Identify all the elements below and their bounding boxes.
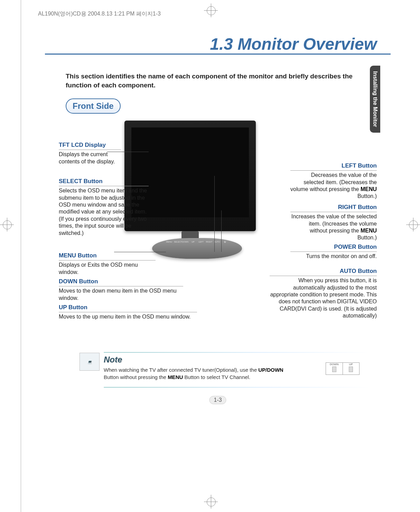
callout-power: POWER Button Turns the monitor on and of… — [290, 243, 377, 260]
callout-text: Increases the value of the selected item… — [290, 213, 377, 241]
callout-down: DOWN Button Moves to the down menu item … — [59, 278, 183, 302]
page-number: 1-3 — [209, 396, 226, 404]
registration-mark-left — [0, 218, 14, 231]
btn-label: LEFT — [198, 241, 204, 243]
note-rule — [104, 387, 370, 388]
callout-heading: LEFT Button — [290, 162, 377, 171]
callout-heading: AUTO Button — [270, 267, 377, 276]
callout-up: UP Button Moves to the up menu item in t… — [59, 304, 197, 320]
note-block: 💻 Note When watching the TV after connec… — [80, 352, 370, 388]
callout-heading: DOWN Button — [59, 278, 183, 286]
callout-heading: TFT LCD Display — [59, 141, 121, 150]
manual-page: AL190N(영어)CD용 2004.8.13 1:21 PM 페이지1-3 1… — [0, 0, 420, 512]
callout-select: SELECT Button Selects the OSD menu item … — [59, 178, 149, 237]
btn-label: MENU — [166, 241, 172, 243]
btn-label: UP — [190, 241, 196, 243]
callout-text: Moves to the up menu item in the OSD men… — [59, 313, 197, 320]
callout-auto: AUTO Button When you press this button, … — [270, 267, 377, 320]
callout-heading: MENU Button — [59, 252, 156, 260]
note-rule — [104, 352, 370, 353]
note-icon: 💻 — [80, 353, 100, 371]
callout-heading: SELECT Button — [59, 178, 149, 186]
callout-right: RIGHT Button Increases the value of the … — [290, 203, 377, 241]
intro-text: This section identifies the name of each… — [66, 72, 370, 89]
page-title: 1.3 Monitor Overview — [45, 35, 391, 55]
callout-text: Displays the current contents of the dis… — [59, 151, 121, 165]
registration-mark-top — [204, 3, 218, 17]
callout-text: When you press this button, it is automa… — [270, 277, 377, 320]
content-area: 1.3 Monitor Overview Installing the Moni… — [45, 28, 391, 394]
monitor-stand-base: MENU SELECT DOWN UP LEFT RIGHT AUTO ⏻ — [152, 238, 242, 259]
callout-text: Moves to the down menu item in the OSD m… — [59, 287, 183, 302]
callout-heading: POWER Button — [290, 243, 377, 252]
callout-text: Turns the monitor on and off. — [290, 253, 377, 260]
print-header: AL190N(영어)CD용 2004.8.13 1:21 PM 페이지1-3 — [38, 10, 161, 18]
callout-menu: MENU Button Displays or Exits the OSD me… — [59, 252, 156, 276]
callout-tft: TFT LCD Display Displays the current con… — [59, 141, 121, 165]
note-body: When watching the TV after connected TV … — [104, 367, 297, 381]
callout-text: Selects the OSD menu item and the submen… — [59, 187, 149, 237]
callout-heading: UP Button — [59, 304, 197, 312]
leader-line — [214, 176, 215, 252]
mini-up: UP — [343, 363, 360, 374]
button-row: MENU SELECT DOWN UP LEFT RIGHT AUTO ⏻ — [166, 241, 228, 243]
leader-line — [221, 210, 222, 252]
btn-label: SELECT — [174, 241, 180, 243]
registration-mark-right — [406, 218, 420, 231]
btn-label: RIGHT — [206, 241, 212, 243]
mini-down: DOWN — [326, 363, 343, 374]
callout-text: Displays or Exits the OSD menu window. — [59, 262, 156, 276]
callout-heading: RIGHT Button — [290, 203, 377, 212]
callout-text: Decreases the value of the selected item… — [290, 172, 377, 200]
monitor-screen — [131, 127, 249, 217]
btn-label: DOWN — [182, 241, 188, 243]
monitor-diagram: MENU SELECT DOWN UP LEFT RIGHT AUTO ⏻ TF… — [59, 121, 377, 342]
note-mini-illustration: DOWN UP — [326, 362, 360, 375]
btn-label: AUTO — [214, 241, 220, 243]
registration-mark-bottom — [204, 495, 218, 509]
front-side-badge: Front Side — [66, 98, 121, 114]
callout-left: LEFT Button Decreases the value of the s… — [290, 162, 377, 200]
btn-label: ⏻ — [222, 241, 228, 243]
left-crop-line — [21, 0, 21, 512]
